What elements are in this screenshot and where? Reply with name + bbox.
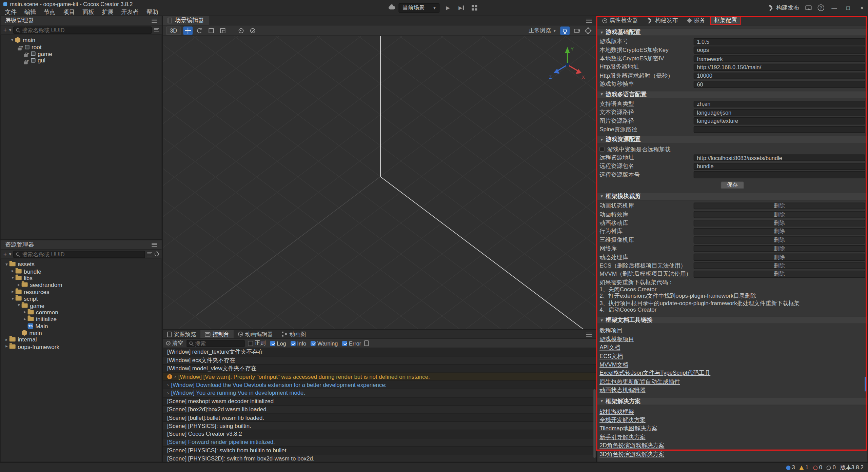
- expand-arrow-icon[interactable]: ▾: [10, 296, 15, 301]
- doc-link[interactable]: MVVM文档: [599, 360, 628, 369]
- expand-arrow-icon[interactable]: ▾: [16, 303, 21, 308]
- notification-count[interactable]: 0: [827, 465, 836, 471]
- expand-arrow-icon[interactable]: ▸: [10, 289, 15, 294]
- layout-button[interactable]: [470, 3, 479, 13]
- refresh-icon[interactable]: [155, 252, 159, 256]
- panel-menu-icon[interactable]: [586, 333, 592, 336]
- scene-settings-button[interactable]: [584, 26, 593, 35]
- tree-node-gui[interactable]: ▸gui: [1, 57, 162, 64]
- tree-node-root[interactable]: ▾root: [1, 43, 162, 50]
- tree-node-game[interactable]: ▾game: [1, 302, 162, 309]
- text-resource-path-input[interactable]: [694, 109, 865, 116]
- expand-arrow-icon[interactable]: ▸: [22, 317, 27, 322]
- delete-module-button[interactable]: 删除: [694, 202, 865, 210]
- camera-settings-button[interactable]: [572, 26, 581, 35]
- console-scrollbar[interactable]: [593, 389, 596, 458]
- menu-item[interactable]: 编辑: [20, 8, 40, 16]
- fps-input[interactable]: [694, 81, 865, 88]
- chevron-down-icon[interactable]: ▾: [9, 252, 12, 257]
- doc-link[interactable]: 教程项目: [599, 326, 623, 335]
- expand-arrow-icon[interactable]: ▾: [9, 38, 15, 43]
- delete-module-button[interactable]: 删除: [694, 254, 865, 261]
- menu-item[interactable]: 开发者: [117, 8, 142, 16]
- expand-arrow-icon[interactable]: ▸: [10, 269, 15, 274]
- inspector-tab-build[interactable]: 构建发布: [643, 16, 682, 25]
- menu-item[interactable]: 节点: [40, 8, 59, 16]
- log-row[interactable]: ›[Window] You are running Vue in develop…: [163, 389, 596, 397]
- tree-node-seedrandom[interactable]: ▸seedrandom: [1, 281, 162, 288]
- tree-node-initialize[interactable]: ▸initialize: [1, 316, 162, 322]
- doc-link[interactable]: 2D角色扮演游戏解决方案: [599, 441, 664, 450]
- section-header-1[interactable]: ▾游戏多语言配置: [597, 91, 868, 98]
- doc-link[interactable]: Excel格式转Json文件与TypeScript代码工具: [599, 369, 710, 377]
- delete-module-button[interactable]: 删除: [694, 245, 865, 252]
- console-tab-preview[interactable]: 资源预览: [163, 330, 200, 338]
- doc-link[interactable]: 新手引导解决方案: [599, 433, 646, 441]
- preview-platform-icon[interactable]: [389, 6, 395, 9]
- inspector-scrollbar[interactable]: [865, 377, 867, 391]
- doc-link[interactable]: 动画状态机编辑器: [599, 386, 646, 394]
- doc-link[interactable]: Tiledmap地图解决方案: [599, 424, 657, 433]
- scale-tool-button[interactable]: [218, 26, 228, 35]
- menu-item[interactable]: 帮助: [142, 8, 162, 16]
- delete-module-button[interactable]: 删除: [694, 220, 865, 227]
- help-icon[interactable]: ?: [817, 4, 824, 11]
- inspector-tab-inspector[interactable]: 属性检查器: [598, 16, 642, 25]
- info-count[interactable]: 3: [786, 465, 795, 471]
- view-mode-dropdown[interactable]: 正常浏览 ▾: [529, 26, 556, 34]
- doc-link[interactable]: 全栈开发解决方案: [599, 416, 646, 424]
- rect-tool-button[interactable]: [206, 26, 216, 35]
- menu-item[interactable]: 文件: [1, 8, 20, 16]
- crypto-iv-input[interactable]: [694, 55, 865, 62]
- build-publish-button[interactable]: 构建发布: [768, 4, 799, 12]
- menu-item[interactable]: 项目: [59, 8, 79, 16]
- play-button[interactable]: ▶: [443, 3, 453, 13]
- log-row[interactable]: !›[Window] [Vue warn]: Property "onInput…: [163, 373, 596, 381]
- log-row[interactable]: ›[Window] Download the Vue Devtools exte…: [163, 381, 596, 389]
- tree-node-Main[interactable]: TSMain: [1, 322, 162, 329]
- open-log-file-icon[interactable]: [364, 340, 369, 346]
- minimize-button[interactable]: —: [830, 5, 838, 11]
- expand-arrow-icon[interactable]: ▸: [16, 282, 21, 287]
- tree-node-main[interactable]: ▾main: [1, 37, 162, 43]
- console-tab-console[interactable]: 控制台: [200, 330, 234, 338]
- remote-load-checkbox[interactable]: [599, 147, 605, 152]
- doc-link[interactable]: ECS文档: [599, 352, 623, 360]
- console-search-input[interactable]: [195, 340, 242, 346]
- delete-module-button[interactable]: 删除: [694, 211, 865, 218]
- chevron-down-icon[interactable]: ▾: [9, 27, 12, 33]
- tree-node-main[interactable]: main: [1, 329, 162, 336]
- close-button[interactable]: ×: [858, 5, 866, 11]
- expand-arrow-icon[interactable]: ▸: [4, 337, 9, 342]
- doc-link[interactable]: 3D角色扮演游戏解决方案: [599, 450, 664, 458]
- panel-menu-icon[interactable]: [152, 243, 157, 247]
- tree-node-game[interactable]: ▸game: [1, 50, 162, 57]
- warning-count[interactable]: 1: [800, 465, 809, 471]
- panel-menu-icon[interactable]: [152, 19, 157, 22]
- doc-link[interactable]: API文档: [599, 343, 620, 352]
- filter-icon[interactable]: [147, 252, 152, 256]
- expand-arrow-icon[interactable]: ▾: [10, 275, 15, 280]
- section-header-0[interactable]: ▾游戏基础配置: [597, 28, 868, 36]
- image-resource-path-input[interactable]: [694, 118, 865, 125]
- filter-error[interactable]: Error: [342, 340, 361, 346]
- move-tool-button[interactable]: [183, 26, 193, 35]
- menu-item[interactable]: 面板: [79, 8, 98, 16]
- tree-node-resources[interactable]: ▸resources: [1, 288, 162, 295]
- tree-node-bundle[interactable]: ▸bundle: [1, 268, 162, 274]
- section-header-4[interactable]: ▾框架文档工具链接: [597, 316, 868, 324]
- section-header-2[interactable]: ▾游戏资源配置: [597, 136, 868, 144]
- expand-arrow-icon[interactable]: ▾: [4, 262, 9, 267]
- game-version-input[interactable]: [694, 38, 865, 45]
- rotate-tool-button[interactable]: [195, 26, 204, 35]
- delete-module-button[interactable]: 删除: [694, 237, 865, 244]
- save-button[interactable]: 保存: [721, 181, 744, 189]
- maximize-button[interactable]: □: [844, 5, 852, 11]
- delete-module-button[interactable]: 删除: [694, 228, 865, 235]
- error-count[interactable]: 0: [813, 465, 822, 471]
- filter-info[interactable]: Info: [291, 340, 307, 346]
- filter-log[interactable]: Log: [270, 340, 286, 346]
- delete-module-button[interactable]: 删除: [694, 271, 865, 278]
- language-types-input[interactable]: [694, 100, 865, 107]
- doc-link[interactable]: 游戏模板项目: [599, 335, 634, 343]
